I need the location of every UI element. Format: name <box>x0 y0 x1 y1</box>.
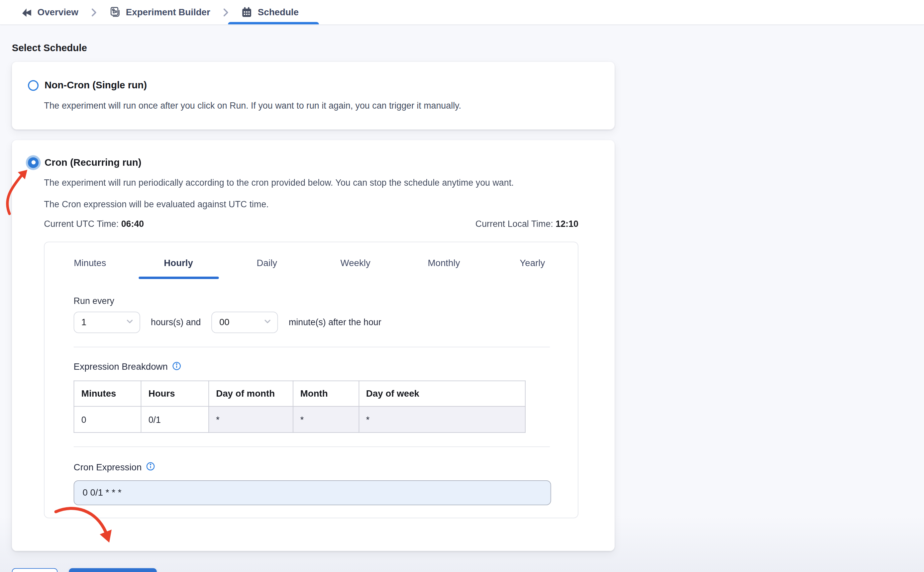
cron-expression-label: Cron Expression <box>74 462 550 473</box>
cron-description-1: The experiment will run periodically acc… <box>44 177 579 189</box>
info-icon[interactable] <box>172 361 181 373</box>
wizard-breadcrumb: Overview Experiment Builder <box>0 0 924 25</box>
current-local-time: Current Local Time: 12:10 <box>476 218 579 228</box>
minutes-select[interactable]: 00 <box>212 312 278 333</box>
chevron-down-icon <box>126 317 134 328</box>
page-title: Select Schedule <box>12 42 912 53</box>
overview-icon <box>21 7 32 18</box>
cron-description-2: The Cron expression will be evaluated ag… <box>44 198 579 210</box>
expression-breakdown-label: Expression Breakdown <box>74 361 550 373</box>
breakdown-value-month: * <box>293 406 358 432</box>
cron-expression-input[interactable] <box>74 480 551 505</box>
breakdown-header-hours: Hours <box>141 381 208 406</box>
breadcrumb-item-schedule[interactable]: Schedule <box>232 0 308 24</box>
schedule-tabs: Minutes Hourly Daily Weekly Monthly Year… <box>45 252 578 279</box>
tab-yearly[interactable]: Yearly <box>488 252 577 279</box>
cron-radio[interactable] <box>28 157 39 168</box>
experiment-builder-icon <box>109 7 121 18</box>
chevron-right-icon <box>88 0 100 24</box>
hours-select[interactable]: 1 <box>74 312 140 333</box>
expression-breakdown-table: Minutes Hours Day of month Month Day of … <box>74 380 526 432</box>
tab-minutes[interactable]: Minutes <box>46 252 134 279</box>
breakdown-value-hours: 0/1 <box>141 406 208 432</box>
cron-option-card: Cron (Recurring run) The experiment will… <box>12 140 614 551</box>
set-schedule-button[interactable]: Set Schedule <box>69 568 157 572</box>
non-cron-title: Non-Cron (Single run) <box>45 79 147 91</box>
non-cron-description: The experiment will run once after you c… <box>44 99 579 112</box>
minutes-select-value: 00 <box>219 317 230 328</box>
cron-title: Cron (Recurring run) <box>45 157 142 168</box>
non-cron-radio[interactable] <box>28 80 39 90</box>
hours-select-value: 1 <box>81 317 86 328</box>
breadcrumb-item-experiment-builder[interactable]: Experiment Builder <box>100 0 219 24</box>
chevron-down-icon <box>264 317 271 328</box>
local-time-value: 12:10 <box>555 218 579 228</box>
tab-hourly[interactable]: Hourly <box>134 252 222 279</box>
tab-monthly[interactable]: Monthly <box>400 252 488 279</box>
cron-scheduler-panel: Minutes Hourly Daily Weekly Monthly Year… <box>44 241 579 518</box>
tab-daily[interactable]: Daily <box>222 252 311 279</box>
calendar-icon <box>241 7 252 18</box>
divider <box>74 347 550 347</box>
run-every-label: Run every <box>74 295 550 306</box>
breadcrumb-label-experiment-builder: Experiment Builder <box>126 7 210 18</box>
chevron-right-icon <box>219 0 232 24</box>
breakdown-value-day-of-month: * <box>208 406 293 432</box>
breakdown-header-day-of-week: Day of week <box>359 381 525 406</box>
breadcrumb-label-schedule: Schedule <box>258 7 299 18</box>
non-cron-option-card: Non-Cron (Single run) The experiment wil… <box>12 62 614 129</box>
breakdown-value-minutes: 0 <box>74 406 141 432</box>
tab-weekly[interactable]: Weekly <box>311 252 400 279</box>
breadcrumb-label-overview: Overview <box>37 7 78 18</box>
current-utc-time: Current UTC Time: 06:40 <box>44 218 144 228</box>
utc-time-value: 06:40 <box>121 218 144 228</box>
current-times-row: Current UTC Time: 06:40 Current Local Ti… <box>44 218 579 228</box>
breakdown-value-day-of-week: * <box>359 406 525 432</box>
breadcrumb-item-overview[interactable]: Overview <box>12 0 88 24</box>
breakdown-header-day-of-month: Day of month <box>208 381 293 406</box>
breakdown-header-month: Month <box>293 381 358 406</box>
divider <box>74 446 550 447</box>
minutes-suffix-label: minute(s) after the hour <box>289 317 381 327</box>
info-icon[interactable] <box>146 462 155 473</box>
breakdown-header-minutes: Minutes <box>74 381 141 406</box>
back-button[interactable]: Back <box>12 568 58 572</box>
hours-suffix-label: hours(s) and <box>151 317 201 327</box>
